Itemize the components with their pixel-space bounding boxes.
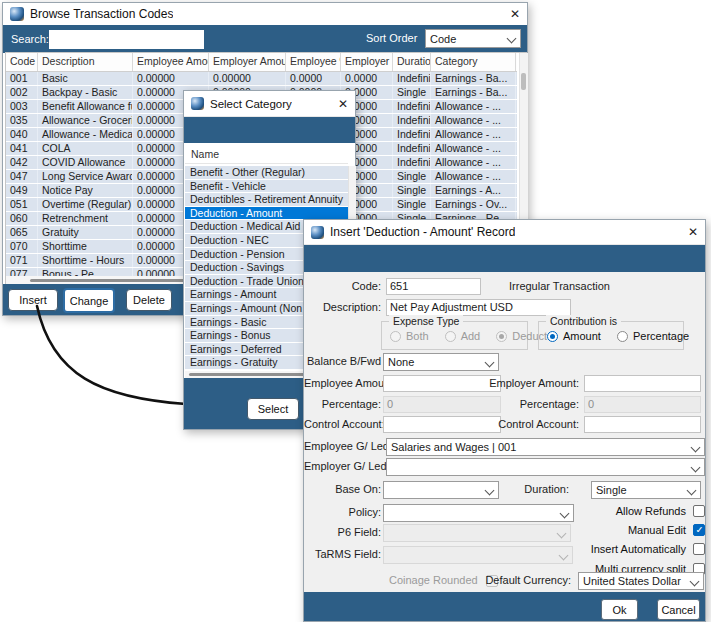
employer-amount-label: Employer Amount: — [439, 375, 579, 392]
checkbox-icon[interactable] — [693, 543, 705, 555]
cell-category: Allowance - ... — [431, 142, 516, 155]
employee-percentage-label: Percentage: — [304, 396, 381, 413]
cell-code: 040 — [6, 128, 38, 141]
cell-code: 070 — [6, 240, 38, 253]
code-field[interactable]: 651 — [386, 278, 481, 295]
category-list-item[interactable]: Benefit - Vehicle — [185, 180, 348, 194]
expense-type-caption: Expense Type — [389, 315, 463, 327]
default-currency-select[interactable]: United States Dollar — [578, 572, 704, 590]
cell-code: 001 — [6, 72, 38, 85]
checkbox-icon[interactable] — [693, 524, 705, 536]
column-header[interactable]: Description — [38, 53, 133, 71]
ok-button[interactable]: Ok — [601, 599, 638, 620]
cell-description: Basic — [38, 72, 133, 85]
category-list-item[interactable]: Deductibles - Retirement Annuity — [185, 193, 348, 207]
cell-category: Allowance - ... — [431, 170, 516, 183]
search-label: Search: — [11, 33, 49, 45]
change-button[interactable]: Change — [63, 288, 115, 313]
code-label: Code: — [304, 278, 381, 295]
cell-description: COVID Allowance — [38, 156, 133, 169]
close-icon[interactable]: ✕ — [688, 226, 698, 238]
employee-control-account-label: Control Account: — [304, 416, 381, 433]
radio-icon — [390, 331, 401, 342]
cell-category: Allowance - ... — [431, 156, 516, 169]
column-header[interactable]: Employee % — [286, 53, 341, 71]
cell-description: Allowance - Medical ... — [38, 128, 133, 141]
radio-label: Amount — [563, 330, 601, 342]
option-checkbox-row[interactable]: Manual Edit — [537, 520, 705, 539]
cell-code: 077 — [6, 268, 38, 276]
expense-type-radio[interactable]: Add — [445, 330, 481, 342]
category-toolbar — [184, 117, 355, 143]
cell-code: 035 — [6, 114, 38, 127]
expense-type-group: Expense Type Both Add Deduct — [381, 321, 528, 350]
cell-employer-amount: 0.00000 — [209, 72, 286, 85]
cell-employee-amount: 0.00000 — [133, 72, 209, 85]
table-row[interactable]: 001 Basic 0.00000 0.00000 0.0000 0.0000 … — [6, 72, 517, 86]
insert-button[interactable]: Insert — [8, 289, 58, 311]
duration-select[interactable]: Single — [591, 481, 701, 499]
contribution-caption: Contribution is — [546, 315, 621, 327]
duration-value: Single — [596, 484, 627, 496]
cancel-button[interactable]: Cancel — [657, 599, 700, 620]
column-header[interactable]: Duration — [393, 53, 431, 71]
cell-code: 003 — [6, 100, 38, 113]
cell-code: 071 — [6, 254, 38, 267]
option-checkbox-row[interactable]: Insert Automatically — [537, 540, 705, 559]
employer-amount-field[interactable] — [584, 375, 701, 392]
category-name-header[interactable]: Name — [185, 146, 348, 164]
cell-description: Backpay - Basic — [38, 86, 133, 99]
cell-category: Earnings - Ba... — [431, 86, 516, 99]
description-label: Description: — [304, 299, 381, 316]
search-input[interactable] — [49, 30, 204, 49]
column-header[interactable]: Code — [6, 53, 38, 71]
category-dialog-title: Select Category — [210, 98, 292, 110]
category-list-item[interactable]: Benefit - Other (Regular) — [185, 166, 348, 180]
expense-type-options: Both Add Deduct — [390, 330, 547, 342]
cell-description: Allowance - Groceries — [38, 114, 133, 127]
chevron-down-icon — [485, 358, 495, 368]
checkbox-icon[interactable] — [693, 505, 705, 517]
chevron-down-icon — [691, 463, 701, 473]
description-field[interactable]: Net Pay Adjustment USD — [386, 299, 571, 316]
employee-gl-select[interactable]: Salaries and Wages | 001 — [386, 438, 705, 456]
employer-gl-select[interactable] — [386, 458, 705, 476]
employer-control-account-field[interactable] — [584, 416, 701, 433]
select-button[interactable]: Select — [247, 398, 299, 420]
browse-toolbar: Search: Sort Order Code — [3, 25, 527, 53]
column-header[interactable]: Employer Amount — [209, 53, 286, 71]
base-on-label: Base On: — [304, 481, 381, 498]
contribution-radio[interactable]: Percentage — [617, 330, 689, 342]
cell-description: Bonus - Pe — [38, 268, 133, 276]
employer-gl-label: Employer G/ Ledger: — [304, 458, 381, 475]
checkbox-label: Manual Edit — [628, 524, 686, 536]
cell-code: 049 — [6, 184, 38, 197]
cell-duration: Single — [393, 198, 431, 211]
scrollbar-thumb[interactable] — [189, 373, 309, 376]
employer-percentage-label: Percentage: — [439, 396, 579, 413]
radio-label: Percentage — [633, 330, 689, 342]
scrollbar-thumb[interactable] — [521, 73, 526, 90]
options-checkbox-column: Allow Refunds Manual Edit Insert Automat… — [537, 501, 705, 578]
cell-category: Allowance - ... — [431, 114, 516, 127]
employee-gl-value: Salaries and Wages | 001 — [391, 441, 516, 453]
cell-category: Allowance - ... — [431, 128, 516, 141]
radio-icon — [617, 331, 628, 342]
close-icon[interactable]: ✕ — [510, 8, 520, 20]
checkbox-label: Allow Refunds — [616, 505, 686, 517]
expense-type-radio[interactable]: Both — [390, 330, 429, 342]
column-header[interactable]: Employee Amount — [133, 53, 209, 71]
cell-duration: Indefinite — [393, 100, 431, 113]
cell-description: Notice Pay — [38, 184, 133, 197]
balance-bfwd-select[interactable]: None — [383, 353, 499, 371]
close-icon[interactable]: ✕ — [338, 98, 348, 110]
cell-duration: Single — [393, 86, 431, 99]
contribution-radio[interactable]: Amount — [547, 330, 601, 342]
p6-field-label: P6 Field: — [304, 524, 381, 541]
delete-button[interactable]: Delete — [126, 289, 172, 311]
sort-order-select[interactable]: Code — [425, 29, 521, 48]
option-checkbox-row[interactable]: Allow Refunds — [537, 501, 705, 520]
column-header[interactable]: Category — [431, 53, 516, 71]
column-header[interactable]: Employer % — [341, 53, 393, 71]
contribution-group: Contribution is Amount Percentage — [538, 321, 684, 350]
